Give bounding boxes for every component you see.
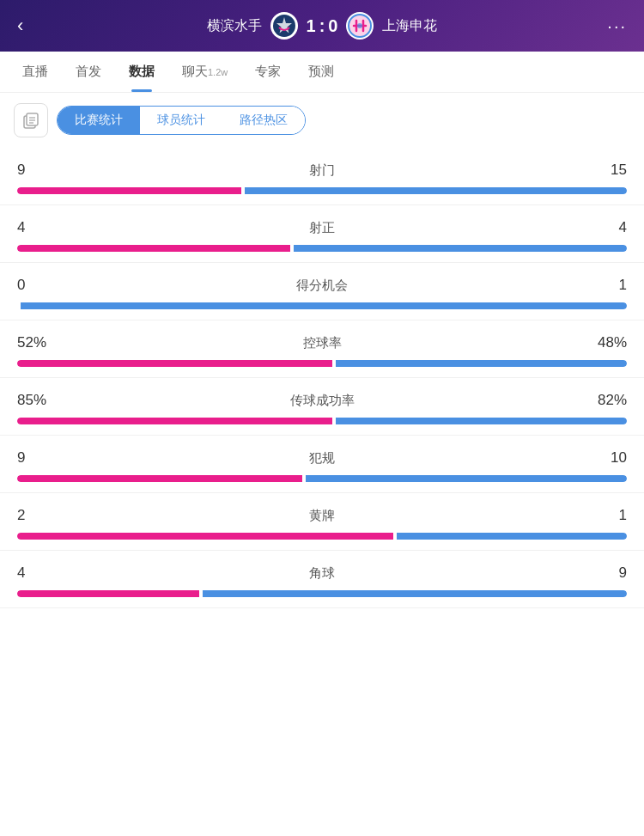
score-away: 0 [328, 16, 337, 36]
stat-right-value: 48% [575, 334, 627, 351]
away-team-name: 上海申花 [382, 17, 437, 35]
stat-row: 52% 控球率 48% [0, 320, 644, 378]
match-score: 1 : 0 [307, 16, 338, 36]
tab-predict[interactable]: 预测 [295, 52, 348, 92]
stat-row: 4 角球 9 [0, 551, 644, 608]
stat-left-value: 2 [17, 507, 69, 524]
stat-label: 射门 [69, 162, 575, 179]
stat-bars [17, 418, 627, 424]
header: ‹ 横滨水手 1 : 0 上海申花 ··· [0, 0, 644, 52]
stat-right-value: 9 [575, 564, 627, 582]
tab-expert[interactable]: 专家 [241, 52, 295, 92]
stat-right-value: 1 [575, 507, 627, 524]
stat-bars [17, 187, 627, 194]
copy-icon-button[interactable] [14, 103, 48, 137]
sub-tabs-row: 比赛统计 球员统计 路径热区 [0, 93, 644, 148]
bar-away [203, 590, 627, 597]
stat-bars [17, 302, 627, 309]
stat-right-value: 82% [575, 392, 627, 409]
stat-label: 控球率 [69, 335, 575, 351]
stat-row: 9 犯规 10 [0, 436, 644, 493]
bar-away [245, 187, 627, 194]
bar-home [17, 360, 332, 367]
away-team-logo [346, 12, 374, 40]
stat-row: 0 得分机会 1 [0, 263, 644, 320]
stat-row: 4 射正 4 [0, 205, 644, 263]
stat-left-value: 9 [17, 449, 69, 467]
bar-home [17, 475, 302, 482]
bar-away [21, 302, 627, 309]
stat-right-value: 15 [575, 162, 627, 179]
tab-chat[interactable]: 聊天1.2w [168, 52, 241, 92]
stat-bars [17, 533, 627, 540]
stat-row: 85% 传球成功率 82% [0, 378, 644, 436]
home-team-name: 横滨水手 [207, 17, 262, 35]
stat-right-value: 1 [575, 277, 627, 294]
subtab-player-stats[interactable]: 球员统计 [140, 107, 222, 134]
stat-bars [17, 360, 627, 367]
stat-left-value: 9 [17, 162, 69, 179]
bar-home [17, 418, 332, 424]
tab-data[interactable]: 数据 [115, 52, 168, 92]
stat-label: 射正 [69, 220, 575, 236]
svg-point-3 [357, 23, 362, 28]
home-team-logo [270, 12, 298, 40]
more-button[interactable]: ··· [596, 16, 627, 36]
stat-bars [17, 590, 627, 597]
stat-left-value: 52% [17, 334, 69, 351]
stat-label: 角球 [69, 565, 575, 582]
bar-home [17, 187, 241, 194]
bar-home [17, 590, 199, 597]
bar-away [294, 245, 627, 252]
score-separator: : [319, 16, 325, 36]
bar-home [17, 533, 393, 540]
svg-rect-5 [27, 113, 38, 125]
stat-left-value: 85% [17, 392, 69, 409]
stat-label: 黄牌 [69, 508, 575, 524]
stat-label: 传球成功率 [69, 393, 575, 409]
bar-home [17, 245, 290, 252]
bar-away [306, 475, 627, 482]
tab-live[interactable]: 直播 [9, 52, 62, 92]
bar-away [397, 533, 627, 540]
stat-row: 9 射门 15 [0, 148, 644, 205]
stat-right-value: 10 [575, 449, 627, 467]
stats-container: 9 射门 15 4 射正 4 0 得分机会 1 52% 控 [0, 148, 644, 608]
match-info: 横滨水手 1 : 0 上海申花 [48, 12, 596, 40]
bar-away [336, 418, 627, 424]
stat-row: 2 黄牌 1 [0, 493, 644, 551]
nav-tabs: 直播 首发 数据 聊天1.2w 专家 预测 [0, 52, 644, 93]
tab-lineup[interactable]: 首发 [62, 52, 115, 92]
stat-bars [17, 245, 627, 252]
subtab-heatmap[interactable]: 路径热区 [222, 107, 305, 134]
subtab-match-stats[interactable]: 比赛统计 [58, 107, 140, 134]
stat-bars [17, 475, 627, 482]
bar-away [336, 360, 627, 367]
back-button[interactable]: ‹ [17, 15, 48, 37]
stat-right-value: 4 [575, 219, 627, 236]
stat-left-value: 4 [17, 564, 69, 582]
score-home: 1 [307, 16, 316, 36]
stat-left-value: 0 [17, 277, 69, 294]
stat-label: 犯规 [69, 450, 575, 467]
sub-tabs: 比赛统计 球员统计 路径热区 [57, 106, 306, 135]
stat-left-value: 4 [17, 219, 69, 236]
stat-label: 得分机会 [69, 278, 575, 294]
